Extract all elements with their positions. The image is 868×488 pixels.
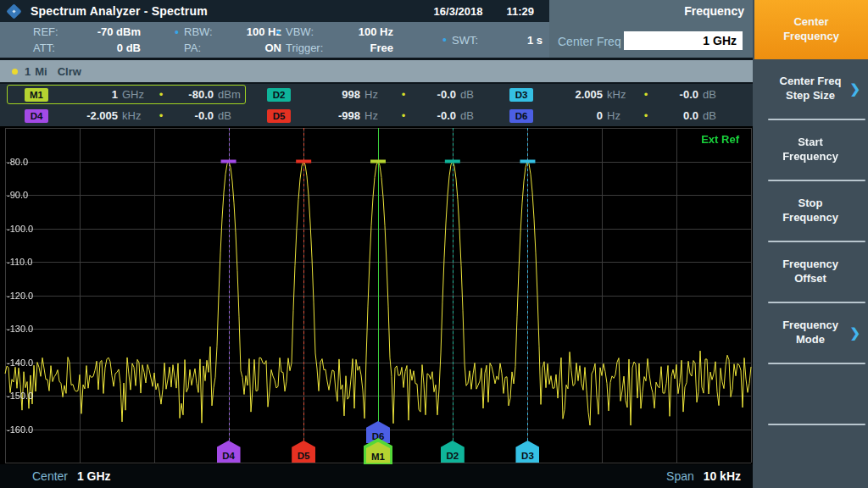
- marker-frequency-unit: GHz: [118, 88, 153, 101]
- setting-value: 100 Hz: [213, 25, 281, 38]
- submenu-chevron-icon: ❯: [849, 80, 860, 97]
- setting-pa[interactable]: PA:ON: [175, 41, 281, 56]
- marker-frequency: -998: [291, 109, 360, 122]
- center-value: 1 GHz: [77, 469, 111, 483]
- marker-frequency-unit: Hz: [360, 88, 395, 101]
- marker-frequency: 998: [291, 88, 360, 101]
- marker-cell-M1[interactable]: M11GHz•-80.0dBm: [7, 85, 246, 104]
- setting-label: REF:: [33, 25, 58, 38]
- marker-badge-D2: D2: [267, 88, 291, 102]
- trace-settings-bar[interactable]: 1 Mi Clrw: [0, 60, 753, 82]
- marker-frequency-unit: kHz: [603, 88, 637, 101]
- span-value: 10 kHz: [704, 469, 741, 483]
- softkey-stop-frequency[interactable]: Stop Frequency: [753, 181, 868, 241]
- setting-value: 1 s: [478, 34, 542, 47]
- settings-column: •RBW:100 HzPA:ON: [175, 24, 281, 56]
- y-axis-tick-label: -140.0: [7, 358, 33, 368]
- marker-level-unit: dB: [698, 109, 733, 122]
- separator-dot-icon: •: [395, 88, 412, 101]
- trace-detector: Clrw: [58, 65, 81, 78]
- marker-cell-D2[interactable]: D2998Hz•-0.0dB: [249, 85, 485, 104]
- softkey-start-frequency[interactable]: Start Frequency: [753, 120, 868, 180]
- softkey-menu: Center FrequencyCenter Freq Step Size❯St…: [753, 0, 868, 488]
- marker-level: 0.0: [654, 109, 698, 122]
- marker-frequency: 0: [533, 109, 603, 122]
- y-axis-tick-label: -90.0: [7, 190, 28, 200]
- ext-ref-status: Ext Ref: [701, 133, 739, 146]
- spectrum-canvas[interactable]: [0, 126, 753, 464]
- datetime: 16/3/2018 11:29: [434, 5, 549, 18]
- trace-mode: Mi: [35, 65, 47, 78]
- setting-value: -70 dBm: [58, 25, 141, 38]
- setting-label: ATT:: [33, 42, 55, 54]
- softkey-empty-7: [753, 425, 868, 488]
- settings-column: •SWT:1 s: [442, 24, 542, 56]
- y-axis-tick-label: -130.0: [7, 324, 33, 334]
- softkey-label: Center Freq Step Size: [780, 75, 842, 103]
- softkey-center-freq-step-size[interactable]: Center Freq Step Size❯: [753, 59, 868, 119]
- spectrum-analyzer-screen: Spectrum Analyzer - Spectrum 16/3/2018 1…: [0, 0, 868, 488]
- separator-dot-icon: •: [637, 88, 654, 101]
- separator-dot-icon: •: [153, 88, 170, 101]
- marker-frequency-unit: kHz: [118, 109, 153, 122]
- marker-level: -0.0: [654, 88, 698, 101]
- rs-logo-icon: [8, 5, 20, 18]
- softkey-frequency-mode[interactable]: Frequency Mode❯: [753, 303, 868, 363]
- marker-level-unit: dB: [698, 88, 733, 101]
- softkey-label: Frequency Offset: [782, 258, 838, 286]
- marker-frequency-unit: Hz: [603, 109, 637, 122]
- setting-value: Free: [323, 42, 393, 54]
- center-freq-input[interactable]: 1 GHz: [624, 31, 743, 50]
- setting-label: RBW:: [184, 25, 213, 38]
- settings-column: •VBW:100 HzTrigger:Free: [276, 24, 393, 56]
- setting-label: SWT:: [452, 34, 478, 47]
- marker-cell-D5[interactable]: D5-998Hz•-0.0dB: [249, 106, 485, 125]
- center-freq-label: Center Freq: [558, 35, 621, 48]
- marker-cell-D4[interactable]: D4-2.005kHz•-0.0dB: [7, 106, 246, 125]
- span-label: Span: [666, 469, 694, 483]
- setting-value: ON: [201, 42, 281, 54]
- marker-badge-D4: D4: [25, 109, 48, 123]
- marker-level-unit: dBm: [214, 88, 248, 101]
- marker-badge-D3: D3: [509, 88, 533, 102]
- setting-trigger[interactable]: Trigger:Free: [276, 41, 393, 56]
- softkey-center-frequency[interactable]: Center Frequency: [754, 0, 868, 59]
- softkey-label: Frequency Mode: [782, 319, 838, 347]
- span-readout[interactable]: Span 10 kHz: [666, 469, 741, 483]
- marker-cell-D3[interactable]: D32.005kHz•-0.0dB: [492, 85, 732, 104]
- marker-level-unit: dB: [456, 88, 491, 101]
- marker-table: M11GHz•-80.0dBmD2998Hz•-0.0dBD32.005kHz•…: [0, 84, 753, 126]
- setting-ref[interactable]: REF:-70 dBm: [24, 25, 141, 40]
- y-axis-tick-label: -80.0: [7, 157, 28, 167]
- setting-label: Trigger:: [286, 42, 323, 54]
- marker-level-unit: dB: [214, 109, 248, 122]
- setting-value: 100 Hz: [314, 25, 393, 38]
- chart-marker-badge-label: M1: [366, 442, 390, 463]
- marker-level: -0.0: [170, 109, 214, 122]
- title-bar: Spectrum Analyzer - Spectrum 16/3/2018 1…: [0, 0, 549, 22]
- softkey-frequency-offset[interactable]: Frequency Offset: [753, 242, 868, 302]
- setting-att[interactable]: ATT:0 dB: [24, 41, 141, 56]
- submenu-chevron-icon: ❯: [849, 324, 860, 341]
- settings-column: REF:-70 dBmATT:0 dB: [24, 24, 141, 56]
- marker-level: -0.0: [412, 88, 456, 101]
- marker-cell-D6[interactable]: D60Hz•0.0dB: [492, 106, 732, 125]
- coupled-bullet-icon: •: [276, 28, 286, 36]
- setting-rbw[interactable]: •RBW:100 Hz: [175, 25, 281, 40]
- setting-swt[interactable]: •SWT:1 s: [442, 32, 542, 47]
- marker-frequency: -2.005: [48, 109, 118, 122]
- marker-level: -80.0: [170, 88, 214, 101]
- coupled-bullet-icon: •: [175, 28, 184, 36]
- softkey-empty-6: [753, 364, 868, 424]
- center-frequency-readout[interactable]: Center 1 GHz: [32, 469, 111, 483]
- y-axis-tick-label: -120.0: [7, 291, 33, 301]
- x-axis-bar: Center 1 GHz Span 10 kHz: [0, 464, 753, 488]
- center-label: Center: [32, 469, 68, 483]
- marker-badge-D5: D5: [267, 109, 291, 123]
- y-axis-tick-label: -100.0: [7, 224, 33, 234]
- marker-level: -0.0: [412, 109, 456, 122]
- separator-dot-icon: •: [395, 109, 412, 122]
- softkey-label: Start Frequency: [782, 136, 838, 164]
- marker-frequency: 1: [48, 88, 118, 101]
- setting-vbw[interactable]: •VBW:100 Hz: [276, 25, 393, 40]
